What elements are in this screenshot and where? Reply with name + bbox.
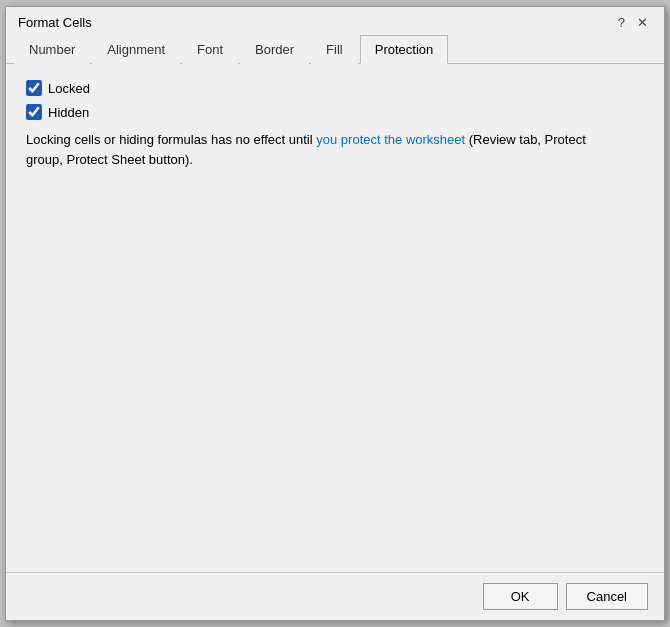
locked-label[interactable]: Locked: [48, 81, 90, 96]
hidden-label[interactable]: Hidden: [48, 105, 89, 120]
tab-bar: Number Alignment Font Border Fill Protec…: [6, 34, 664, 64]
info-text-before: Locking cells or hiding formulas has no …: [26, 132, 316, 147]
locked-row: Locked: [26, 80, 644, 96]
dialog-title: Format Cells: [18, 15, 92, 30]
hidden-row: Hidden: [26, 104, 644, 120]
dialog-footer: OK Cancel: [6, 572, 664, 620]
title-bar: Format Cells ? ✕: [6, 7, 664, 34]
ok-button[interactable]: OK: [483, 583, 558, 610]
format-cells-dialog: Format Cells ? ✕ Number Alignment Font B…: [5, 6, 665, 621]
info-text-highlight: you protect the worksheet: [316, 132, 465, 147]
title-bar-controls: ? ✕: [614, 16, 652, 29]
hidden-checkbox[interactable]: [26, 104, 42, 120]
cancel-button[interactable]: Cancel: [566, 583, 648, 610]
tab-protection[interactable]: Protection: [360, 35, 449, 64]
close-button[interactable]: ✕: [633, 16, 652, 29]
help-button[interactable]: ?: [614, 16, 629, 29]
tab-border[interactable]: Border: [240, 35, 309, 64]
tab-alignment[interactable]: Alignment: [92, 35, 180, 64]
locked-checkbox[interactable]: [26, 80, 42, 96]
tab-font[interactable]: Font: [182, 35, 238, 64]
info-text: Locking cells or hiding formulas has no …: [26, 130, 606, 169]
tab-fill[interactable]: Fill: [311, 35, 358, 64]
tab-content-protection: Locked Hidden Locking cells or hiding fo…: [6, 64, 664, 572]
tab-number[interactable]: Number: [14, 35, 90, 64]
